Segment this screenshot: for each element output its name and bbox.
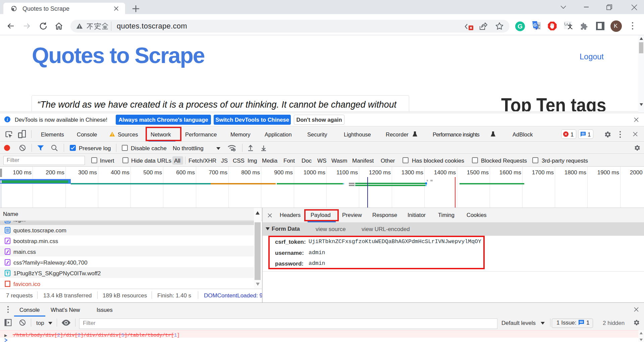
svg-text:G: G bbox=[533, 22, 537, 27]
